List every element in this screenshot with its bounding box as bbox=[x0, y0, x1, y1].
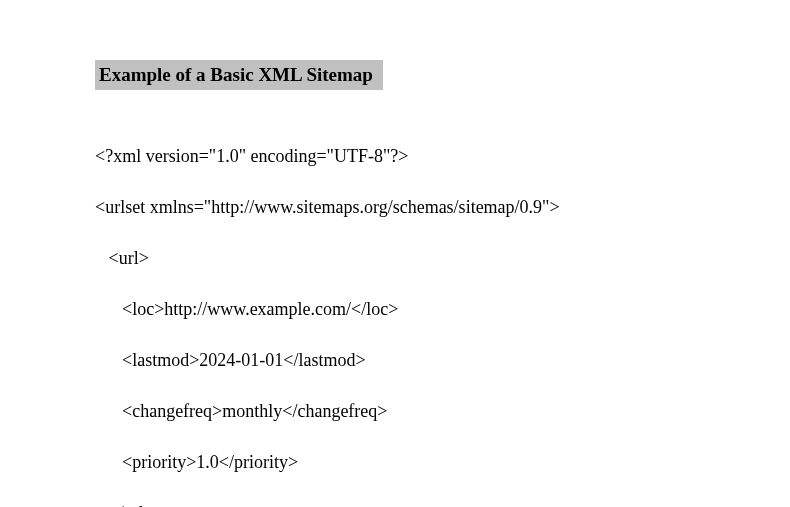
xml-code-block: <?xml version="1.0" encoding="UTF-8"?> <… bbox=[95, 118, 790, 507]
code-line: <lastmod>2024-01-01</lastmod> bbox=[95, 348, 790, 374]
code-line: <urlset xmlns="http://www.sitemaps.org/s… bbox=[95, 195, 790, 221]
code-line: <?xml version="1.0" encoding="UTF-8"?> bbox=[95, 144, 790, 170]
code-line: <loc>http://www.example.com/</loc> bbox=[95, 297, 790, 323]
code-line: <changefreq>monthly</changefreq> bbox=[95, 399, 790, 425]
code-line: </url> bbox=[95, 501, 790, 507]
section-heading: Example of a Basic XML Sitemap bbox=[95, 60, 383, 90]
code-line: <url> bbox=[95, 246, 790, 272]
code-line: <priority>1.0</priority> bbox=[95, 450, 790, 476]
